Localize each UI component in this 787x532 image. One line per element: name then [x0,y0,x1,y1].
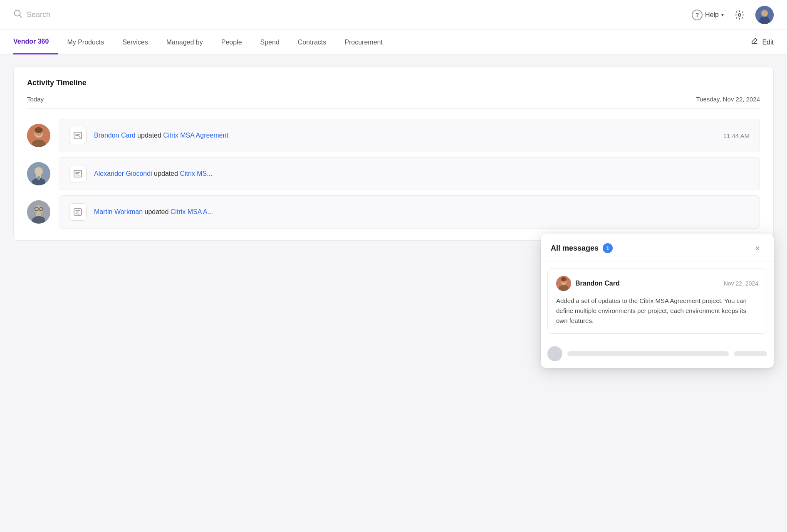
tab-myproducts[interactable]: My Products [58,30,113,54]
activity-timeline-card: Activity Timeline Today Tuesday, Nov 22,… [13,66,774,241]
activity-content-box-1: Brandon Card updated Citrix MSA Agreemen… [59,119,760,152]
activity-text-1: Brandon Card updated Citrix MSA Agreemen… [94,132,228,139]
avatar-alexander [27,162,50,185]
activity-title: Activity Timeline [27,79,760,87]
svg-rect-6 [761,17,768,19]
svg-point-2 [738,14,741,16]
message-avatar [556,276,571,291]
tab-people[interactable]: People [212,30,251,54]
message-date: Nov 22, 2024 [724,280,758,287]
person-link-1[interactable]: Brandon Card [94,132,136,139]
tab-procurement[interactable]: Procurement [335,30,392,54]
message-card: Brandon Card Nov 22, 2024 Added a set of… [547,268,767,334]
messages-title-group: All messages 1 [551,243,613,253]
tab-spend[interactable]: Spend [251,30,289,54]
tab-vendor360[interactable]: Vendor 360 [13,30,58,54]
activity-icon-3 [69,203,87,221]
svg-rect-18 [37,176,40,180]
main-content: Activity Timeline Today Tuesday, Nov 22,… [0,55,787,252]
timeline-date: Tuesday, Nov 22, 2024 [696,96,760,103]
nav-tabs: Vendor 360 My Products Services Managed … [0,30,787,55]
message-body: Added a set of updates to the Citrix MSA… [556,296,758,326]
item-link-3[interactable]: Citrix MSA A [171,208,208,215]
user-avatar[interactable] [755,6,774,24]
svg-line-28 [42,209,43,209]
edit-icon [750,37,759,47]
svg-line-26 [34,209,35,209]
search-icon [13,9,22,20]
svg-point-15 [35,167,43,175]
nav-tabs-left: Vendor 360 My Products Services Managed … [13,30,392,54]
person-link-3[interactable]: Martin Workman [94,208,143,215]
search-area[interactable]: Search [13,9,692,20]
svg-point-21 [35,205,43,214]
message-card-header: Brandon Card Nov 22, 2024 [556,276,758,291]
activity-item-2: Alexander Giocondi updated Citrix MS... [27,157,760,190]
settings-button[interactable] [732,7,747,22]
help-label: Help [705,11,719,19]
timeline-today-label: Today [27,96,44,103]
svg-point-12 [35,127,43,133]
messages-header: All messages 1 × [541,234,774,261]
activity-time-1: 11:44 AM [723,132,750,139]
tab-contracts[interactable]: Contracts [289,30,335,54]
svg-line-1 [20,15,22,18]
tab-services[interactable]: Services [113,30,157,54]
chevron-down-icon: ▾ [721,12,724,18]
activity-content-box-3: Martin Workman updated Citrix MSA A... [59,195,760,229]
message-input-placeholder-bar [567,351,729,356]
activity-list: Brandon Card updated Citrix MSA Agreemen… [27,119,760,229]
message-input-area[interactable] [541,340,774,368]
help-button[interactable]: ? Help ▾ [692,10,724,20]
topbar: Search ? Help ▾ [0,0,787,30]
activity-item-1: Brandon Card updated Citrix MSA Agreemen… [27,119,760,152]
message-input-avatar [547,346,562,361]
activity-text-3: Martin Workman updated Citrix MSA A... [94,208,213,216]
search-input-label: Search [27,10,50,19]
svg-point-34 [561,277,567,281]
svg-rect-23 [36,213,41,216]
avatar-martin [27,200,50,224]
activity-text-2: Alexander Giocondi updated Citrix MS... [94,170,213,177]
tab-managedby[interactable]: Managed by [157,30,212,54]
messages-close-button[interactable]: × [751,242,764,254]
person-link-2[interactable]: Alexander Giocondi [94,170,152,177]
activity-content-box-2: Alexander Giocondi updated Citrix MS... [59,157,760,190]
timeline-header: Today Tuesday, Nov 22, 2024 [27,96,760,109]
message-sender-group: Brandon Card [556,276,620,291]
edit-button[interactable]: Edit [750,37,774,47]
edit-label: Edit [762,39,774,46]
messages-badge: 1 [603,243,613,253]
svg-point-4 [761,10,768,17]
activity-item-3: Martin Workman updated Citrix MSA A... [27,195,760,229]
item-link-2[interactable]: Citrix MS [180,170,207,177]
activity-icon-2 [69,165,87,182]
message-sender-name: Brandon Card [575,280,620,287]
messages-popup: All messages 1 × [541,234,774,368]
activity-icon-1 [69,127,87,144]
help-icon: ? [692,10,703,20]
item-link-1[interactable]: Citrix MSA Agreement [163,132,228,139]
message-input-placeholder-short-bar [734,351,767,356]
avatar-brandon [27,124,50,147]
messages-title: All messages [551,244,599,253]
topbar-right: ? Help ▾ [692,6,774,24]
